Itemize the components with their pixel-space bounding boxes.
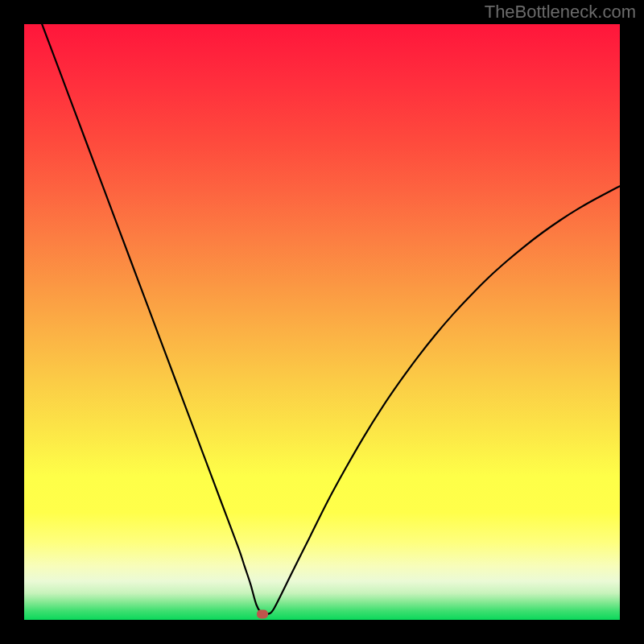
chart-root: TheBottleneck.com [0,0,644,644]
plot-area [24,24,620,620]
watermark-label: TheBottleneck.com [485,2,636,23]
bottleneck-curve [24,24,620,620]
minimum-marker [257,609,268,618]
